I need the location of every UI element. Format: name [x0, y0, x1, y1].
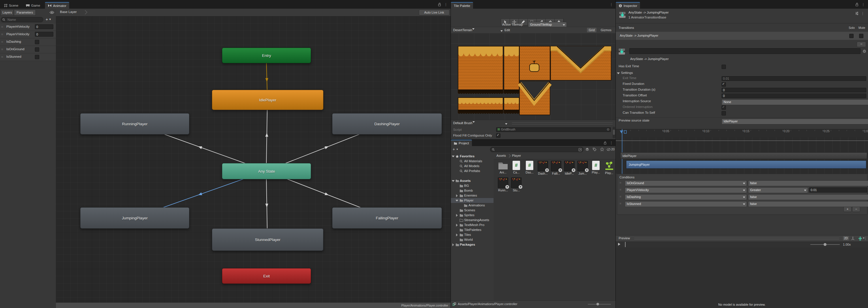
- add-condition-button[interactable]: +: [843, 207, 851, 212]
- tree-item-streamingassets[interactable]: StreamingAssets: [451, 218, 494, 223]
- transition-name-field[interactable]: [629, 48, 861, 54]
- menu-kebab-icon[interactable]: ⋮: [610, 3, 613, 6]
- transition-timeline-ruler[interactable]: 0:050:100:150:200:251:00: [616, 129, 868, 138]
- transition-list-row[interactable]: AnyState -> JumpingPlayer: [616, 32, 868, 40]
- condition-operator-dropdown[interactable]: false: [748, 201, 868, 207]
- condition-parameter-dropdown[interactable]: IsStunned: [625, 201, 747, 207]
- grid-toggle-button[interactable]: Grid: [587, 28, 596, 32]
- tree-item-tilepalettes[interactable]: TilePalettes: [451, 227, 494, 232]
- gizmos-toggle-button[interactable]: Gizmos: [599, 28, 613, 32]
- scrollbar[interactable]: [613, 127, 615, 138]
- asset-item-2[interactable]: #Das...: [523, 161, 536, 174]
- transition-offset-field[interactable]: [721, 93, 866, 98]
- object-picker-icon[interactable]: ⊙: [607, 128, 610, 131]
- parameter-checkbox[interactable]: [35, 47, 39, 52]
- visibility-eye-icon[interactable]: [50, 11, 54, 14]
- parameter-checkbox[interactable]: [35, 55, 39, 59]
- tree-item-bomb[interactable]: Bomb: [451, 188, 494, 193]
- tile-palette-canvas[interactable]: [451, 33, 616, 120]
- tab-tile-palette[interactable]: Tile Palette: [451, 2, 473, 9]
- breadcrumb-player[interactable]: Player: [512, 154, 521, 157]
- tree-item-all-prefabs[interactable]: All Prefabs: [451, 169, 494, 173]
- asset-item-4[interactable]: Falli...: [550, 161, 563, 175]
- asset-item-0[interactable]: Ani...: [496, 161, 510, 174]
- tree-item-all-materials[interactable]: All Materials: [451, 159, 494, 164]
- timeline-bar-jumpingplayer[interactable]: JumpingPlayer: [626, 161, 866, 169]
- parameter-checkbox[interactable]: [35, 40, 39, 44]
- transition-timeline-area[interactable]: IdlePlayer JumpingPlayer: [616, 137, 868, 174]
- state-node-jumping[interactable]: JumpingPlayer: [80, 207, 189, 229]
- preview-header[interactable]: Preview 2D ⋮: [616, 235, 868, 242]
- condition-row-PlayerVVelocity[interactable]: =PlayerVVelocityGreater: [617, 187, 867, 193]
- flood-fill-checkbox[interactable]: [496, 133, 500, 138]
- condition-parameter-dropdown[interactable]: PlayerVVelocity: [625, 187, 747, 193]
- mute-checkbox[interactable]: [859, 34, 863, 38]
- foldout-arrow-icon[interactable]: [456, 200, 458, 201]
- state-node-running[interactable]: RunningPlayer: [80, 113, 189, 135]
- remove-transition-button[interactable]: −: [857, 41, 866, 47]
- tree-item-packages[interactable]: Packages: [451, 242, 494, 247]
- create-asset-button[interactable]: + ▼: [453, 147, 458, 151]
- remove-condition-button[interactable]: −: [852, 207, 860, 212]
- solo-checkbox[interactable]: [849, 34, 854, 38]
- parameter-value-input[interactable]: [35, 32, 53, 37]
- menu-kebab-icon[interactable]: ⋮: [861, 3, 865, 6]
- tree-item-textmesh-pro[interactable]: TextMesh Pro: [451, 223, 494, 227]
- state-node-exit[interactable]: Exit: [222, 268, 311, 284]
- foldout-arrow-icon[interactable]: [456, 214, 458, 217]
- state-node-idle[interactable]: IdlePlayer: [212, 90, 323, 110]
- presets-icon[interactable]: [855, 11, 859, 15]
- edit-palette-button[interactable]: Edit: [504, 28, 510, 32]
- preview-scrubber[interactable]: [625, 242, 625, 247]
- parameter-row-IsStunned[interactable]: = IsStunned: [0, 53, 56, 61]
- playhead-marker-icon[interactable]: [619, 130, 628, 134]
- condition-row-IsDashing[interactable]: =IsDashingfalse: [617, 194, 867, 199]
- foldout-arrow-icon[interactable]: [456, 224, 458, 227]
- brush-dropdown[interactable]: Default Brush: [453, 121, 472, 125]
- label-tag-icon[interactable]: [593, 148, 596, 151]
- tree-item-animations[interactable]: Animations: [451, 203, 494, 208]
- tab-inspector[interactable]: Inspector: [616, 2, 640, 9]
- foldout-arrow-icon[interactable]: [456, 233, 458, 236]
- foldout-arrow-icon[interactable]: [452, 243, 454, 246]
- auto-live-link-button[interactable]: Auto Live Link: [419, 9, 450, 15]
- tree-item-world[interactable]: World: [451, 237, 494, 242]
- transition-duration-field[interactable]: [721, 88, 866, 92]
- lock-icon[interactable]: [603, 141, 607, 145]
- asset-item-7[interactable]: #Play...: [589, 161, 602, 174]
- play-button[interactable]: [618, 243, 620, 246]
- state-node-stunned[interactable]: StunnedPlayer: [212, 228, 323, 251]
- condition-value-field[interactable]: [809, 187, 867, 193]
- preview-speed-slider[interactable]: [810, 244, 840, 245]
- asset-item-5[interactable]: IdleP...: [563, 161, 576, 175]
- tab-game[interactable]: Game: [23, 2, 43, 9]
- condition-operator-dropdown[interactable]: false: [748, 194, 868, 200]
- foldout-arrow-icon[interactable]: [452, 180, 455, 182]
- parameter-row-IsOnGround[interactable]: = IsOnGround: [0, 46, 56, 53]
- tab-project[interactable]: Project: [451, 140, 472, 146]
- tab-scene[interactable]: Scene: [1, 2, 21, 9]
- tree-item-player[interactable]: Player: [451, 198, 494, 203]
- state-node-entry[interactable]: Entry: [222, 48, 311, 63]
- timeline-bar-idleplayer[interactable]: IdlePlayer: [620, 152, 867, 159]
- favorite-star-icon[interactable]: [600, 147, 604, 151]
- condition-parameter-dropdown[interactable]: IsDashing: [625, 194, 747, 200]
- tree-item-favorites[interactable]: Favorites: [451, 154, 494, 159]
- settings-foldout-icon[interactable]: [617, 73, 620, 74]
- condition-row-IsOnGround[interactable]: =IsOnGroundfalse: [617, 180, 867, 186]
- has-exit-time-checkbox[interactable]: [721, 65, 726, 69]
- palette-dropdown[interactable]: DesertTerrain: [453, 28, 472, 32]
- state-machine-graph[interactable]: EntryIdlePlayerRunningPlayerDashingPlaye…: [56, 16, 451, 308]
- avatar-icon[interactable]: [858, 236, 862, 241]
- can-transition-to-self-checkbox[interactable]: [721, 111, 726, 115]
- gear-icon[interactable]: [863, 49, 866, 53]
- state-node-dashing[interactable]: DashingPlayer: [332, 113, 442, 135]
- parameter-row-PlayerVVelocity[interactable]: = PlayerVVelocity: [0, 31, 56, 38]
- fixed-duration-checkbox[interactable]: [721, 82, 726, 87]
- tree-item-enemies[interactable]: Enemies: [451, 193, 494, 198]
- tree-item-tiles[interactable]: Tiles: [451, 232, 494, 237]
- asset-item-1[interactable]: #Ca...: [510, 161, 523, 174]
- parameter-row-IsDashing[interactable]: = IsDashing: [0, 38, 56, 46]
- condition-parameter-dropdown[interactable]: IsOnGround: [625, 180, 747, 186]
- lock-icon[interactable]: [855, 3, 859, 6]
